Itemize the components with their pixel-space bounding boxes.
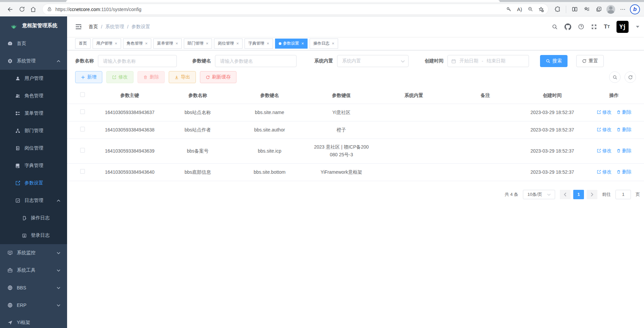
sidebar-item-users[interactable]: 用户管理 bbox=[0, 70, 67, 87]
add-button[interactable]: 新增 bbox=[75, 71, 102, 83]
help-button[interactable] bbox=[578, 23, 584, 30]
page-number-1[interactable]: 1 bbox=[573, 190, 584, 199]
collections-button[interactable] bbox=[593, 4, 604, 15]
sidebar-item-dicts[interactable]: 字典管理 bbox=[0, 157, 67, 174]
globe-icon bbox=[7, 285, 13, 290]
tab-posts[interactable]: 岗位管理× bbox=[214, 39, 243, 49]
close-icon[interactable]: × bbox=[302, 41, 304, 46]
collapse-sidebar-button[interactable] bbox=[72, 21, 85, 33]
sidebar-item-erp[interactable]: ERP bbox=[0, 296, 67, 314]
col-created: 创建时间 bbox=[521, 87, 584, 104]
sidebar-item-loginlog[interactable]: 登录日志 bbox=[0, 227, 67, 244]
avatar-caret-icon[interactable] bbox=[636, 26, 639, 28]
refresh-cache-button[interactable]: 刷新缓存 bbox=[200, 71, 236, 83]
goto-page-input[interactable] bbox=[615, 190, 631, 199]
close-icon[interactable]: × bbox=[145, 41, 148, 46]
header-search-button[interactable] bbox=[552, 24, 558, 30]
sidebar-item-system[interactable]: 系统管理 bbox=[0, 52, 67, 70]
row-delete-link[interactable]: 删除 bbox=[616, 168, 632, 176]
tab-users[interactable]: 用户管理× bbox=[93, 39, 121, 49]
tab-config-active[interactable]: 参数设置× bbox=[275, 39, 308, 49]
row-checkbox[interactable] bbox=[80, 148, 85, 153]
refresh-button[interactable] bbox=[16, 4, 28, 15]
filter-builtin-label: 系统内置 bbox=[314, 58, 333, 64]
close-icon[interactable]: × bbox=[332, 41, 334, 46]
export-button[interactable]: 导出 bbox=[169, 71, 196, 83]
sidebar-item-bbs[interactable]: BBS bbox=[0, 279, 67, 296]
prev-page-button[interactable] bbox=[560, 190, 571, 199]
date-range-picker[interactable]: 开始日期 - 结束日期 bbox=[447, 55, 529, 67]
row-edit-link[interactable]: 修改 bbox=[597, 108, 612, 116]
breadcrumb-system[interactable]: 系统管理 bbox=[105, 24, 124, 30]
refresh-table-button[interactable] bbox=[625, 71, 636, 83]
col-builtin: 系统内置 bbox=[377, 87, 450, 104]
row-checkbox[interactable] bbox=[80, 169, 85, 174]
favorites-button[interactable] bbox=[581, 4, 592, 15]
github-button[interactable] bbox=[565, 23, 571, 30]
zoom-out-icon bbox=[528, 6, 533, 12]
fullscreen-button[interactable] bbox=[591, 24, 597, 30]
back-button[interactable] bbox=[5, 4, 16, 15]
select-all-checkbox[interactable] bbox=[80, 92, 85, 97]
profile-button[interactable] bbox=[605, 4, 616, 15]
close-icon[interactable]: × bbox=[175, 41, 178, 46]
font-size-button[interactable]: TT bbox=[604, 23, 610, 30]
row-delete-link[interactable]: 删除 bbox=[616, 108, 632, 116]
next-page-button[interactable] bbox=[587, 190, 597, 199]
row-edit-link[interactable]: 修改 bbox=[597, 126, 612, 133]
row-delete-link[interactable]: 删除 bbox=[616, 126, 632, 133]
tab-roles[interactable]: 角色管理× bbox=[123, 39, 152, 49]
extensions-button[interactable] bbox=[552, 4, 563, 15]
split-screen-button[interactable] bbox=[569, 4, 580, 15]
refresh-icon bbox=[206, 75, 210, 79]
copilot-button[interactable]: b bbox=[629, 4, 641, 15]
sidebar-item-yiframework[interactable]: Yi框架 bbox=[0, 314, 67, 328]
builtin-select[interactable]: 系统内置 bbox=[337, 55, 409, 67]
row-edit-link[interactable]: 修改 bbox=[597, 168, 612, 176]
browser-active-tab[interactable] bbox=[66, 0, 500, 2]
url-bar[interactable]: https://ccnetcore.com:1101/system/config… bbox=[42, 4, 548, 15]
tab-oplog[interactable]: 操作日志× bbox=[310, 39, 338, 49]
logo[interactable]: 意框架管理系统 bbox=[0, 16, 67, 35]
tab-home[interactable]: 首页 bbox=[75, 39, 91, 49]
toggle-search-button[interactable] bbox=[609, 71, 621, 83]
reset-button[interactable]: 重置 bbox=[576, 55, 604, 67]
search-button[interactable]: 搜索 bbox=[540, 55, 568, 67]
delete-button[interactable]: 删除 bbox=[138, 71, 165, 83]
read-aloud-button[interactable]: A) bbox=[515, 5, 524, 14]
tab-menus[interactable]: 菜单管理× bbox=[153, 39, 182, 49]
sidebar-item-monitor[interactable]: 系统监控 bbox=[0, 244, 67, 262]
sidebar-item-menus[interactable]: 菜单管理 bbox=[0, 105, 67, 122]
close-icon[interactable]: × bbox=[267, 41, 269, 46]
sidebar-item-posts[interactable]: 岗位管理 bbox=[0, 140, 67, 157]
sidebar-item-home[interactable]: 首页 bbox=[0, 35, 67, 52]
breadcrumb-home[interactable]: 首页 bbox=[89, 24, 98, 30]
filter-name-input[interactable] bbox=[98, 55, 177, 67]
row-checkbox[interactable] bbox=[80, 127, 85, 131]
close-icon[interactable]: × bbox=[115, 41, 117, 46]
tab-depts[interactable]: 部门管理× bbox=[184, 39, 212, 49]
sidebar-item-tools[interactable]: 系统工具 bbox=[0, 262, 67, 279]
sidebar-item-logs[interactable]: 日志管理 bbox=[0, 192, 67, 209]
edit-button[interactable]: 修改 bbox=[106, 71, 133, 83]
home-button[interactable] bbox=[28, 4, 39, 15]
settings-more-button[interactable]: ⋯ bbox=[617, 4, 629, 15]
sidebar-item-depts[interactable]: 部门管理 bbox=[0, 122, 67, 140]
page-size-select[interactable]: 10条/页 bbox=[523, 190, 555, 199]
zoom-out-button[interactable] bbox=[526, 5, 535, 14]
row-edit-link[interactable]: 修改 bbox=[597, 147, 612, 155]
row-checkbox[interactable] bbox=[80, 109, 85, 114]
collections-icon bbox=[596, 6, 602, 12]
row-delete-link[interactable]: 删除 bbox=[616, 147, 632, 155]
url-text[interactable]: https://ccnetcore.com:1101/system/config bbox=[55, 7, 504, 12]
user-avatar-button[interactable]: Yj bbox=[616, 21, 629, 33]
sidebar-item-config[interactable]: 参数设置 bbox=[0, 174, 67, 192]
password-button[interactable] bbox=[504, 5, 514, 14]
sidebar-item-roles[interactable]: 角色管理 bbox=[0, 87, 67, 105]
filter-key-input[interactable] bbox=[215, 55, 297, 67]
close-icon[interactable]: × bbox=[206, 41, 209, 46]
add-favorite-button[interactable] bbox=[536, 5, 546, 14]
close-icon[interactable]: × bbox=[236, 41, 239, 46]
tab-dicts[interactable]: 字典管理× bbox=[245, 39, 273, 49]
sidebar-item-oplog[interactable]: 操作日志 bbox=[0, 209, 67, 227]
